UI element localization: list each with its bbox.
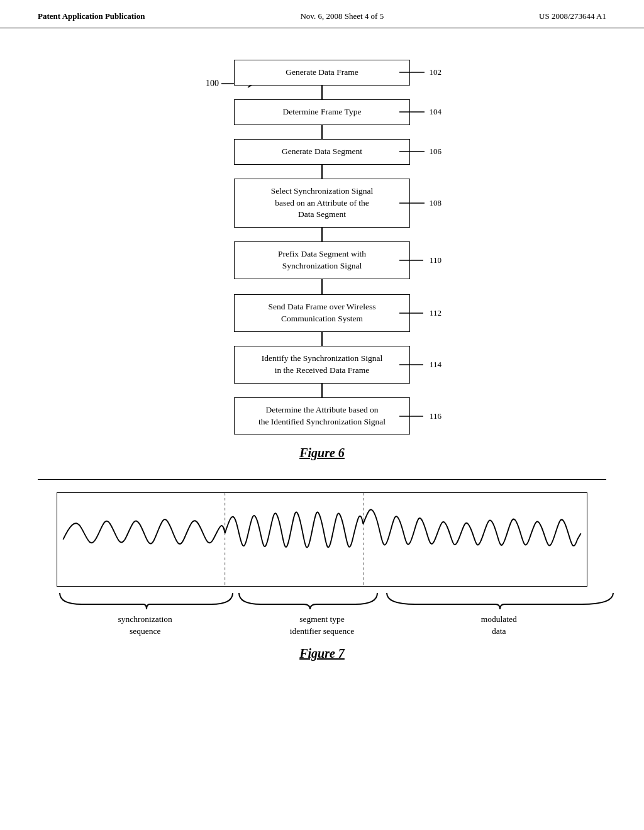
flowchart: Generate Data Frame 102 Determine Frame … (165, 60, 479, 434)
figure6-caption-text: Figure 6 (299, 446, 345, 460)
brace-2 (236, 592, 384, 614)
ref-num-114: 114 (430, 360, 441, 370)
brace-1-path (60, 593, 233, 609)
waveform-svg (57, 493, 587, 586)
waveform-section3 (363, 510, 580, 546)
box-104: Determine Frame Type (234, 99, 410, 125)
ref-num-102: 102 (430, 67, 442, 77)
brace-2-svg (236, 592, 384, 614)
ref-num-108: 108 (430, 198, 442, 208)
box-106-row: Generate Data Segment 106 (203, 139, 441, 165)
ref-112: 112 (399, 308, 441, 318)
figure7-caption: Figure 7 (38, 646, 606, 661)
ref-106: 106 (399, 147, 442, 157)
box-104-text: Determine Frame Type (283, 107, 362, 116)
header-publication: Patent Application Publication (38, 11, 145, 21)
figure6-container: 100 Generate Data Frame 102 (38, 47, 606, 473)
connector-110-112 (321, 279, 323, 294)
box-114-row: Identify the Synchronization Signalin th… (203, 346, 441, 384)
box-106-text: Generate Data Segment (282, 147, 362, 156)
connector-112-114 (321, 332, 323, 346)
ref-110: 110 (399, 255, 441, 265)
ref-104: 104 (399, 107, 442, 117)
waveform-section1 (63, 520, 225, 545)
ref-line-102 (399, 72, 430, 73)
figure6-caption: Figure 6 (299, 446, 345, 460)
waveform-area (57, 492, 587, 587)
labels-row: synchronizationsequence segment typeiden… (57, 614, 587, 638)
ref-line-104 (399, 111, 430, 113)
label-segment-type-text: segment typeidentifier sequence (290, 614, 354, 636)
box-110-row: Prefix Data Segment withSynchronization … (203, 241, 441, 279)
page-header: Patent Application Publication Nov. 6, 2… (0, 0, 644, 28)
figure7-container: synchronizationsequence segment typeiden… (38, 480, 606, 661)
connector-104-106 (321, 125, 323, 139)
label-segment-type: segment typeidentifier sequence (233, 614, 410, 638)
box-114: Identify the Synchronization Signalin th… (234, 346, 410, 384)
ref-num-106: 106 (430, 147, 442, 157)
ref-114: 114 (399, 360, 441, 370)
connector-108-110 (321, 228, 323, 241)
box-110: Prefix Data Segment withSynchronization … (234, 241, 410, 279)
box-102-text: Generate Data Frame (286, 67, 358, 77)
braces-row (57, 592, 587, 614)
brace-3 (384, 592, 616, 614)
box-114-text: Identify the Synchronization Signalin th… (262, 353, 382, 375)
waveform-section2 (225, 512, 364, 548)
ref-line-106 (399, 151, 430, 152)
ref-num-116: 116 (430, 411, 441, 421)
box-102-row: Generate Data Frame 102 (203, 60, 441, 86)
label-modulated-data: modulateddata (411, 614, 587, 638)
box-106: Generate Data Segment (234, 139, 410, 165)
box-116: Determine the Attribute based onthe Iden… (234, 397, 410, 435)
label-sync-seq: synchronizationsequence (57, 614, 233, 638)
box-112-text: Send Data Frame over WirelessCommunicati… (269, 302, 376, 323)
box-102: Generate Data Frame (234, 60, 410, 86)
connector-102-104 (321, 86, 323, 99)
ref-line-116 (399, 416, 430, 417)
box-108: Select Synchronization Signalbased on an… (234, 179, 410, 228)
header-date-sheet: Nov. 6, 2008 Sheet 4 of 5 (300, 11, 384, 21)
connector-114-116 (321, 384, 323, 397)
page-content: 100 Generate Data Frame 102 (0, 28, 644, 680)
brace-1 (57, 592, 236, 614)
ref-line-108 (399, 202, 430, 204)
ref-108: 108 (399, 198, 442, 208)
label-modulated-data-text: modulateddata (481, 614, 517, 636)
box-108-text: Select Synchronization Signalbased on an… (271, 186, 374, 219)
ref-116: 116 (399, 411, 441, 421)
box-108-row: Select Synchronization Signalbased on an… (203, 179, 441, 228)
brace-1-svg (57, 592, 236, 614)
label-sync-seq-text: synchronizationsequence (118, 614, 172, 636)
box-116-text: Determine the Attribute based onthe Iden… (258, 405, 386, 426)
flowchart-wrapper: 100 Generate Data Frame 102 (165, 60, 479, 434)
ref-102: 102 (399, 67, 442, 77)
ref-line-114 (399, 364, 430, 365)
ref-line-112 (399, 313, 430, 314)
figure7-caption-text: Figure 7 (299, 646, 345, 660)
box-112-row: Send Data Frame over WirelessCommunicati… (203, 294, 441, 332)
brace-3-path (387, 593, 613, 609)
ref-num-104: 104 (430, 107, 442, 117)
ref-line-110 (399, 260, 430, 261)
box-104-row: Determine Frame Type 104 (203, 99, 441, 125)
header-patent-number: US 2008/273644 A1 (539, 11, 606, 21)
ref-num-112: 112 (430, 308, 441, 318)
connector-106-108 (321, 165, 323, 179)
box-112: Send Data Frame over WirelessCommunicati… (234, 294, 410, 332)
ref-num-110: 110 (430, 255, 441, 265)
box-116-row: Determine the Attribute based onthe Iden… (203, 397, 441, 435)
brace-2-path (239, 593, 377, 609)
brace-3-svg (384, 592, 616, 614)
box-110-text: Prefix Data Segment withSynchronization … (278, 249, 366, 270)
